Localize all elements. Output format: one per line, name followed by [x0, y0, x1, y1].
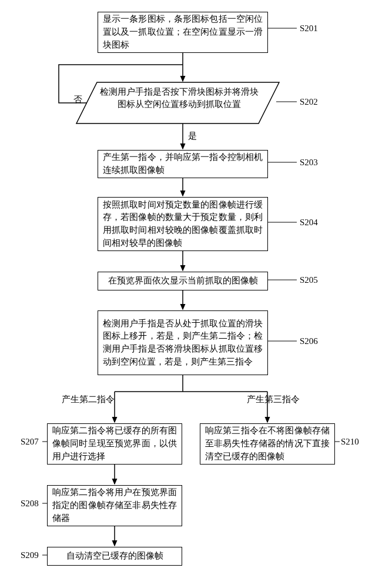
- edge-label-yes: 是: [188, 131, 197, 142]
- label-s207: S207: [21, 437, 39, 447]
- node-s209-text: 自动清空已缓存的图像帧: [66, 550, 163, 563]
- node-s206: 检测用户手指是否从处于抓取位置的滑块图标上移开，若是，则产生第二指令；检测用户手…: [98, 310, 268, 375]
- node-s208-text: 响应第二指令将用户在预览界面指定的图像帧存储至非易失性存储器: [52, 486, 177, 524]
- node-s202-text: 检测用户手指是否按下滑块图标并将滑块图标从空闲位置移动到抓取位置: [100, 87, 259, 109]
- node-s203-text: 产生第一指令，并响应第一指令控制相机连续抓取图像帧: [103, 151, 263, 177]
- node-s206-text: 检测用户手指是否从处于抓取位置的滑块图标上移开，若是，则产生第二指令；检测用户手…: [103, 318, 263, 369]
- label-s210: S210: [341, 437, 359, 447]
- node-s205: 在预览界面依次显示当前抓取的图像帧: [98, 272, 268, 290]
- node-s202: 检测用户手指是否按下滑块图标并将滑块图标从空闲位置移动到抓取位置: [100, 86, 259, 111]
- label-s206: S206: [300, 336, 318, 346]
- label-s204: S204: [300, 218, 318, 228]
- edge-label-cmd2: 产生第二指令: [62, 394, 115, 405]
- node-s210-text: 响应第三指令在不将图像帧存储至非易失性存储器的情况下直接清空已缓存的图像帧: [205, 425, 330, 463]
- node-s210: 响应第三指令在不将图像帧存储至非易失性存储器的情况下直接清空已缓存的图像帧: [200, 423, 335, 465]
- label-s202: S202: [300, 97, 318, 107]
- node-s207: 响应第二指令将已缓存的所有图像帧同时呈现至预览界面，以供用户进行选择: [47, 423, 182, 465]
- label-s208: S208: [21, 499, 39, 509]
- edge-label-no: 否: [73, 94, 82, 105]
- node-s201-text: 显示一条形图标，条形图标包括一空闲位置以及一抓取位置；在空闲位置显示一滑块图标: [103, 13, 263, 51]
- label-s205: S205: [300, 275, 318, 285]
- node-s204: 按照抓取时间对预定数量的图像帧进行缓存，若图像帧的数量大于预定数量，则利用抓取时…: [98, 197, 268, 251]
- node-s207-text: 响应第二指令将已缓存的所有图像帧同时呈现至预览界面，以供用户进行选择: [52, 425, 177, 463]
- edge-label-cmd3: 产生第三指令: [247, 394, 300, 405]
- flowchart-canvas: 显示一条形图标，条形图标包括一空闲位置以及一抓取位置；在空闲位置显示一滑块图标 …: [0, 0, 372, 588]
- node-s203: 产生第一指令，并响应第一指令控制相机连续抓取图像帧: [98, 150, 268, 178]
- node-s204-text: 按照抓取时间对预定数量的图像帧进行缓存，若图像帧的数量大于预定数量，则利用抓取时…: [103, 199, 263, 250]
- label-s203: S203: [300, 158, 318, 168]
- node-s209: 自动清空已缓存的图像帧: [47, 547, 182, 566]
- label-s201: S201: [300, 24, 318, 34]
- node-s205-text: 在预览界面依次显示当前抓取的图像帧: [108, 275, 258, 288]
- node-s201: 显示一条形图标，条形图标包括一空闲位置以及一抓取位置；在空闲位置显示一滑块图标: [98, 12, 268, 53]
- node-s208: 响应第二指令将用户在预览界面指定的图像帧存储至非易失性存储器: [47, 485, 182, 526]
- label-s209: S209: [21, 550, 39, 560]
